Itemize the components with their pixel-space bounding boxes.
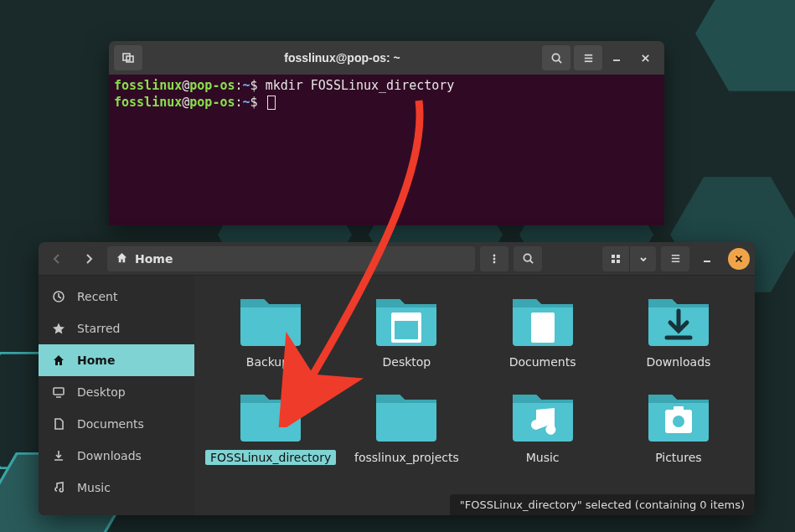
sidebar-item-label: Starred bbox=[77, 322, 120, 335]
folder-item[interactable]: Downloads bbox=[611, 291, 746, 369]
view-mode-group bbox=[602, 246, 656, 271]
svg-line-10 bbox=[558, 59, 560, 62]
clock-icon bbox=[52, 290, 65, 303]
filemanager-window: Home RecentStarredHomeDesktopDocuments bbox=[39, 242, 755, 515]
folder-icon bbox=[643, 386, 714, 445]
svg-rect-25 bbox=[617, 260, 620, 263]
folder-item[interactable]: Documents bbox=[475, 291, 611, 369]
folder-item[interactable]: Backups bbox=[203, 291, 338, 369]
svg-point-18 bbox=[493, 257, 496, 260]
sidebar-item-label: Recent bbox=[77, 290, 117, 303]
desktop-icon bbox=[52, 385, 65, 399]
folder-item[interactable]: fosslinux_projects bbox=[338, 386, 474, 465]
location-text: Home bbox=[135, 252, 173, 266]
nav-forward-button[interactable] bbox=[75, 246, 102, 271]
folder-item[interactable]: Desktop bbox=[338, 291, 474, 369]
folder-icon bbox=[508, 386, 578, 445]
svg-point-36 bbox=[673, 416, 684, 427]
svg-rect-37 bbox=[674, 406, 684, 411]
sidebar-item-label: Documents bbox=[77, 417, 144, 431]
sidebar-item-downloads[interactable]: Downloads bbox=[39, 440, 194, 472]
filemanager-main[interactable]: BackupsDesktopDocumentsDownloadsFOSSLinu… bbox=[194, 276, 755, 515]
sidebar-item-label: Desktop bbox=[77, 385, 126, 399]
folder-label: FOSSLinux_directory bbox=[205, 450, 336, 465]
terminal-menu-button[interactable] bbox=[574, 45, 602, 70]
sidebar-item-starred[interactable]: Starred bbox=[39, 312, 194, 344]
filemanager-menu-button[interactable] bbox=[661, 246, 689, 271]
new-tab-button[interactable] bbox=[114, 45, 142, 70]
sidebar-item-desktop[interactable]: Desktop bbox=[39, 376, 194, 408]
grid-view-button[interactable] bbox=[602, 246, 629, 271]
sidebar-item-label: Home bbox=[77, 354, 115, 367]
folder-item[interactable]: Music bbox=[475, 386, 611, 465]
filemanager-titlebar[interactable]: Home bbox=[39, 242, 755, 276]
svg-rect-24 bbox=[612, 260, 615, 263]
folder-label: Downloads bbox=[641, 354, 715, 369]
folder-icon bbox=[371, 291, 441, 349]
terminal-body[interactable]: fosslinux@pop-os:~$ mkdir FOSSLinux_dire… bbox=[109, 75, 664, 225]
view-dropdown-button[interactable] bbox=[629, 246, 656, 271]
sidebar-item-recent[interactable]: Recent bbox=[39, 281, 194, 312]
sidebar-item-documents[interactable]: Documents bbox=[39, 408, 194, 440]
svg-line-21 bbox=[529, 261, 532, 263]
home-icon bbox=[52, 354, 65, 367]
music-icon bbox=[52, 481, 65, 494]
filemanager-search-button[interactable] bbox=[514, 246, 542, 271]
sidebar-item-label: Music bbox=[77, 481, 111, 494]
svg-marker-6 bbox=[695, 0, 795, 91]
terminal-titlebar[interactable]: fosslinux@pop-os: ~ bbox=[109, 41, 664, 75]
sidebar-item-music[interactable]: Music bbox=[39, 472, 194, 504]
svg-point-19 bbox=[493, 261, 496, 263]
folder-label: Backups bbox=[241, 354, 301, 369]
filemanager-minimize-button[interactable] bbox=[694, 253, 720, 265]
folder-label: Pictures bbox=[650, 450, 706, 465]
download-icon bbox=[52, 449, 65, 462]
folder-icon bbox=[643, 291, 714, 349]
svg-rect-23 bbox=[617, 255, 620, 258]
sidebar-item-home[interactable]: Home bbox=[39, 344, 194, 376]
svg-point-17 bbox=[493, 254, 496, 256]
svg-rect-22 bbox=[612, 255, 615, 258]
folder-item[interactable]: FOSSLinux_directory bbox=[203, 386, 338, 465]
location-bar[interactable]: Home bbox=[107, 246, 475, 271]
folder-item[interactable]: Pictures bbox=[611, 386, 746, 465]
star-icon bbox=[52, 322, 65, 335]
filemanager-close-button[interactable] bbox=[728, 248, 750, 270]
terminal-window: fosslinux@pop-os: ~ fosslinux@pop-os:~$ … bbox=[109, 41, 664, 225]
folder-label: Documents bbox=[504, 354, 581, 369]
prompt-line-2: fosslinux@pop-os:~$ bbox=[114, 95, 276, 110]
terminal-search-button[interactable] bbox=[542, 45, 570, 70]
sidebar-item-label: Downloads bbox=[77, 449, 142, 462]
folder-icon bbox=[371, 386, 441, 445]
cursor-icon bbox=[267, 96, 276, 110]
path-menu-button[interactable] bbox=[480, 246, 508, 271]
svg-point-9 bbox=[552, 54, 559, 60]
folder-label: fosslinux_projects bbox=[349, 450, 464, 465]
filemanager-sidebar: RecentStarredHomeDesktopDocumentsDownloa… bbox=[39, 276, 194, 515]
folder-label: Music bbox=[521, 450, 565, 465]
folder-icon bbox=[235, 291, 306, 349]
svg-rect-34 bbox=[531, 312, 555, 343]
prompt-line-1: fosslinux@pop-os:~$ mkdir FOSSLinux_dire… bbox=[114, 78, 454, 93]
folder-icon bbox=[235, 386, 306, 445]
terminal-minimize-button[interactable] bbox=[602, 45, 631, 70]
nav-back-button[interactable] bbox=[44, 246, 70, 271]
terminal-title: fosslinux@pop-os: ~ bbox=[142, 51, 542, 65]
svg-point-20 bbox=[524, 254, 530, 261]
terminal-close-button[interactable] bbox=[631, 45, 659, 70]
folder-label: Desktop bbox=[378, 354, 436, 369]
folder-icon bbox=[508, 291, 578, 349]
svg-rect-33 bbox=[395, 321, 418, 339]
document-icon bbox=[52, 417, 65, 431]
home-icon bbox=[116, 251, 128, 266]
status-bar: "FOSSLinux_directory" selected (containi… bbox=[450, 494, 755, 515]
